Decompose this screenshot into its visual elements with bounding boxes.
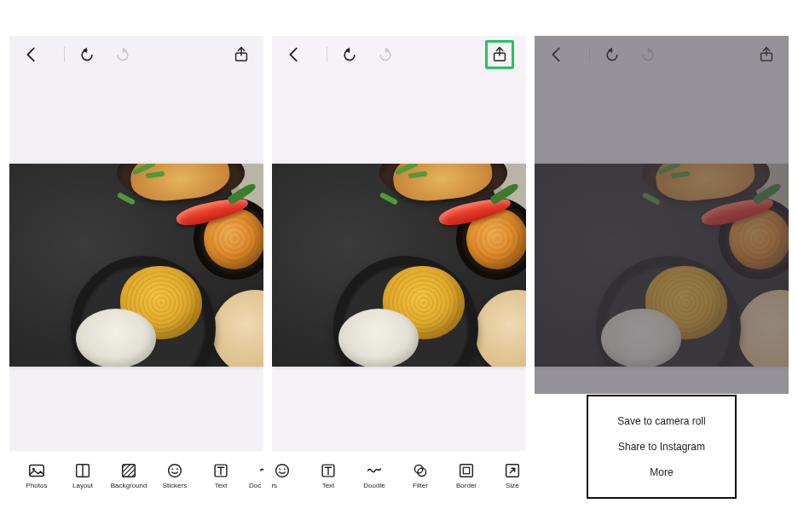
tool-label: Text: [215, 483, 228, 489]
size-icon: [503, 461, 522, 480]
tool-label: Background: [111, 483, 147, 489]
share-icon[interactable]: [489, 44, 510, 65]
border-icon: [457, 461, 476, 480]
filter-icon: [411, 461, 430, 480]
tool-doodle[interactable]: Doodle: [354, 461, 395, 489]
modal-dimmer[interactable]: [535, 36, 789, 394]
tool-stickers[interactable]: Stickers: [154, 461, 195, 489]
back-chevron-icon[interactable]: [21, 44, 42, 65]
editor-toolbar: kers Text Doodle Filter Border: [272, 450, 526, 500]
panel-step1: Photos Layout Background Stickers Text: [9, 36, 263, 500]
panel-step3: Save to camera roll Share to Instagram M…: [535, 36, 789, 500]
stickers-icon: [273, 461, 292, 480]
tool-text[interactable]: Text: [200, 461, 241, 489]
editor-header: [9, 36, 263, 73]
editor-header: [272, 36, 526, 73]
tool-label: Doodle: [363, 483, 385, 489]
tool-label: Doc: [246, 483, 261, 489]
share-highlight: [485, 40, 514, 69]
back-chevron-icon[interactable]: [284, 44, 304, 65]
editor-toolbar: Photos Layout Background Stickers Text: [9, 450, 263, 500]
tool-label: Layout: [72, 483, 93, 489]
stickers-icon: [165, 461, 184, 480]
tool-label: Border: [456, 483, 477, 489]
text-icon: [319, 461, 338, 480]
doodle-icon: [365, 461, 384, 480]
share-sheet-box: Save to camera roll Share to Instagram M…: [587, 395, 737, 499]
tool-label: Stickers: [163, 483, 187, 489]
tutorial-strip: Photos Layout Background Stickers Text: [0, 0, 798, 532]
divider: [64, 47, 65, 62]
photos-icon: [27, 461, 46, 480]
tool-label: Size: [506, 483, 519, 489]
tool-doodle-partial[interactable]: Doc: [246, 461, 263, 489]
tool-layout[interactable]: Layout: [62, 461, 103, 489]
tool-label: kers: [272, 483, 277, 489]
editor-canvas[interactable]: [272, 164, 526, 367]
tool-label: Filter: [413, 483, 428, 489]
share-option-instagram[interactable]: Share to Instagram: [605, 434, 718, 460]
editor-canvas[interactable]: [9, 164, 263, 367]
redo-icon: [375, 44, 396, 65]
tool-text[interactable]: Text: [308, 461, 349, 489]
tool-stickers-partial[interactable]: kers: [272, 461, 303, 489]
food-photo: [272, 164, 526, 367]
tool-filter[interactable]: Filter: [400, 461, 441, 489]
undo-icon[interactable]: [77, 44, 97, 65]
layout-icon: [73, 461, 92, 480]
undo-icon[interactable]: [339, 44, 360, 65]
panel-step2: kers Text Doodle Filter Border: [272, 36, 526, 500]
tool-label: Photos: [26, 483, 48, 489]
share-option-more[interactable]: More: [605, 460, 718, 485]
tool-label: Text: [322, 483, 335, 489]
background-icon: [119, 461, 138, 480]
tool-size[interactable]: Size: [492, 461, 526, 489]
share-icon[interactable]: [231, 44, 252, 65]
food-photo: [9, 164, 263, 367]
tool-background[interactable]: Background: [108, 461, 149, 489]
doodle-icon: [257, 461, 263, 480]
share-option-save[interactable]: Save to camera roll: [605, 408, 718, 434]
share-sheet: Save to camera roll Share to Instagram M…: [535, 394, 789, 500]
redo-icon: [113, 44, 133, 65]
divider: [327, 47, 327, 62]
text-icon: [211, 461, 230, 480]
tool-border[interactable]: Border: [446, 461, 487, 489]
tool-photos[interactable]: Photos: [16, 461, 57, 489]
